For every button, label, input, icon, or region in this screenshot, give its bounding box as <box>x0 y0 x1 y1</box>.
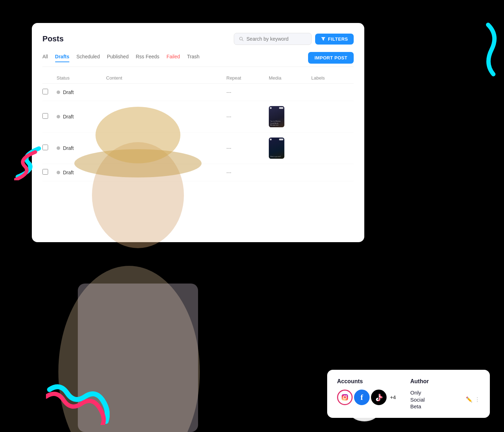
thumb-indicator <box>270 139 272 140</box>
header-actions: FILTERS <box>234 33 354 45</box>
author-name-2: Social <box>410 397 425 403</box>
filter-icon <box>321 36 326 41</box>
row-3-media: Want to go viral? <box>269 138 311 159</box>
thumb-bar <box>279 107 283 109</box>
row-1-repeat: --- <box>226 89 269 95</box>
svg-point-10 <box>346 395 347 396</box>
col-repeat: Repeat <box>226 75 269 81</box>
col-labels: Labels <box>311 75 354 81</box>
media-thumbnail[interactable]: Tips for Effective Social Media Manageme… <box>269 106 284 127</box>
thumb-bar <box>279 139 283 140</box>
author-actions: ✏️ ⋮ <box>466 396 480 403</box>
thumb-text: Tips for Effective Social Media Manageme… <box>270 120 283 126</box>
tiktok-small-icon[interactable] <box>371 390 387 405</box>
person-silhouette-svg <box>28 54 230 432</box>
plus-count: +4 <box>390 395 396 400</box>
wave-bottom-decoration <box>46 383 110 425</box>
filters-label: FILTERS <box>328 36 348 42</box>
tiktok-svg-sm <box>375 393 382 401</box>
cyan-swoosh-left <box>14 145 42 180</box>
instagram-icon[interactable] <box>337 390 353 405</box>
thumb-indicator <box>270 107 272 109</box>
accounts-card: Accounts <box>327 370 490 418</box>
row-2-media: Tips for Effective Social Media Manageme… <box>269 106 311 127</box>
accounts-column: Accounts <box>337 378 407 409</box>
more-icon[interactable]: ⋮ <box>475 396 480 403</box>
accounts-header: Accounts <box>337 378 407 385</box>
edit-icon[interactable]: ✏️ <box>466 396 473 403</box>
search-box[interactable] <box>234 33 312 45</box>
cyan-swoosh-top-right <box>467 21 499 78</box>
facebook-letter: f <box>360 393 363 402</box>
facebook-icon[interactable]: f <box>354 390 370 405</box>
author-line-2: Social ✏️ ⋮ <box>410 396 480 403</box>
author-line-1: Only <box>410 390 480 396</box>
instagram-svg <box>341 393 349 401</box>
row-2-repeat: --- <box>226 114 269 119</box>
author-name-3: Beta <box>410 403 421 409</box>
media-thumbnail[interactable]: Want to go viral? <box>269 138 284 159</box>
svg-rect-8 <box>342 394 348 401</box>
svg-marker-2 <box>321 37 325 41</box>
author-line-3: Beta <box>410 403 480 409</box>
thumb-text: Want to go viral? <box>270 156 283 157</box>
author-header: Author <box>410 378 480 385</box>
import-post-button[interactable]: IMPORT POST <box>308 52 354 64</box>
row-3-repeat: --- <box>226 145 269 151</box>
author-name-1: Only <box>410 390 421 396</box>
svg-line-1 <box>242 40 243 41</box>
row-4-repeat: --- <box>226 170 269 175</box>
panel-title: Posts <box>42 34 64 43</box>
svg-point-6 <box>95 107 180 163</box>
panel-header: Posts FILTERS <box>42 33 354 45</box>
search-icon <box>239 36 243 41</box>
author-lines: Only Social ✏️ ⋮ Beta <box>410 390 480 409</box>
author-column: Author Only Social ✏️ ⋮ Beta <box>410 378 480 409</box>
person-photo <box>28 54 230 432</box>
social-icons-row: f +4 <box>337 390 407 405</box>
col-media: Media <box>269 75 311 81</box>
accounts-grid: Accounts <box>337 378 480 409</box>
filters-button[interactable]: FILTERS <box>315 34 354 45</box>
search-input[interactable] <box>247 36 307 42</box>
